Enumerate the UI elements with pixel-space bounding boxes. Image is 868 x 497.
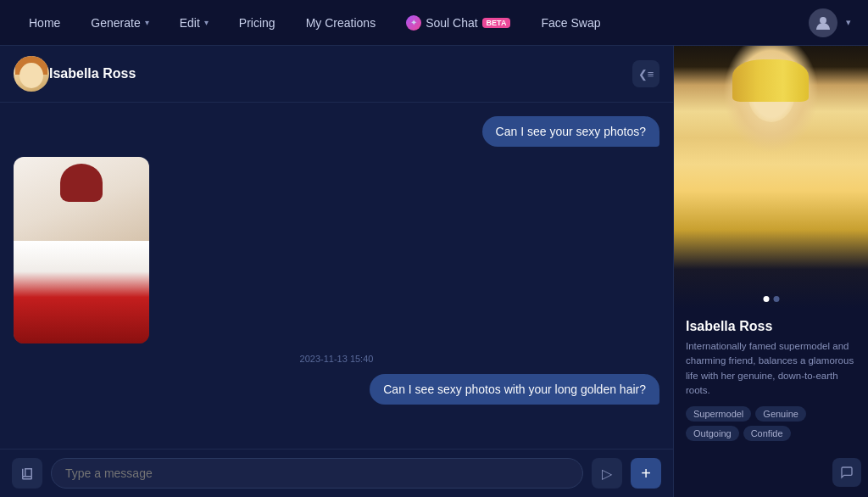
message-input[interactable]	[51, 458, 583, 489]
user-message-2: Can I see sexy photos with your long gol…	[370, 374, 659, 405]
tag-genuine[interactable]: Genuine	[755, 406, 806, 422]
figure-body	[14, 241, 149, 343]
soul-chat-label: Soul Chat	[426, 16, 477, 30]
ai-image-response	[14, 157, 149, 343]
svg-rect-1	[23, 477, 32, 479]
my-creations-label: My Creations	[306, 16, 376, 30]
soul-chat-icon: ✦	[406, 15, 421, 31]
send-button[interactable]: ▷	[592, 458, 622, 489]
nav-edit[interactable]: Edit ▾	[168, 11, 220, 35]
nav-my-creations[interactable]: My Creations	[294, 11, 387, 35]
figure-hair	[60, 164, 103, 202]
chat-header: Isabella Ross ❮≡	[0, 46, 673, 103]
beta-badge: BETA	[482, 18, 511, 28]
expand-panel-button[interactable]: ❮≡	[632, 60, 659, 87]
face-swap-label: Face Swap	[541, 16, 600, 30]
generate-label: Generate	[91, 16, 140, 30]
add-icon: +	[641, 464, 651, 483]
tag-outgoing[interactable]: Outgoing	[686, 426, 739, 441]
svg-point-0	[820, 17, 826, 24]
nav-soul-chat[interactable]: ✦ Soul Chat BETA	[394, 10, 522, 36]
avatar-face	[19, 63, 43, 88]
dot-1	[763, 296, 769, 302]
character-tags: Supermodel Genuine Outgoing Confide	[686, 406, 856, 441]
user-avatar-button[interactable]	[809, 8, 837, 37]
user-menu-chevron-icon: ▾	[846, 17, 851, 28]
nav-pricing[interactable]: Pricing	[227, 11, 287, 35]
character-description: Internationally famed supermodel and cha…	[686, 339, 856, 398]
dot-2	[773, 296, 779, 302]
user-message-1: Can I see your sexy photos?	[482, 116, 659, 147]
tag-confide[interactable]: Confide	[743, 426, 791, 441]
navbar: Home Generate ▾ Edit ▾ Pricing My Creati…	[0, 0, 868, 46]
ai-image-placeholder	[14, 157, 149, 343]
generate-chevron-icon: ▾	[145, 18, 149, 27]
chat-character-avatar	[14, 56, 49, 92]
main-layout: Isabella Ross ❮≡ Can I see your sexy pho…	[0, 46, 868, 497]
pricing-label: Pricing	[239, 16, 275, 30]
chat-panel: Isabella Ross ❮≡ Can I see your sexy pho…	[0, 46, 673, 497]
home-label: Home	[29, 16, 60, 30]
character-image-container	[674, 46, 868, 309]
nav-generate[interactable]: Generate ▾	[79, 11, 160, 35]
nav-home[interactable]: Home	[17, 11, 72, 35]
edit-label: Edit	[180, 16, 200, 30]
right-panel: Isabella Ross Internationally famed supe…	[673, 46, 868, 497]
message-timestamp: 2023-11-13 15:40	[300, 354, 374, 364]
mini-chat-button[interactable]	[832, 458, 861, 487]
add-button[interactable]: +	[631, 458, 661, 489]
chat-character-name: Isabella Ross	[49, 66, 136, 81]
send-icon: ▷	[602, 466, 612, 482]
chat-messages: Can I see your sexy photos? 2023-11-13 1…	[0, 103, 673, 449]
character-sidebar-name: Isabella Ross	[686, 319, 856, 334]
image-dots	[763, 296, 779, 302]
expand-icon: ❮≡	[638, 68, 654, 81]
nav-face-swap[interactable]: Face Swap	[529, 11, 612, 35]
edit-chevron-icon: ▾	[204, 18, 209, 27]
chat-input-area: ▷ +	[0, 449, 673, 497]
character-image	[674, 46, 868, 309]
attachment-button[interactable]	[12, 458, 42, 489]
tag-supermodel[interactable]: Supermodel	[686, 406, 751, 422]
